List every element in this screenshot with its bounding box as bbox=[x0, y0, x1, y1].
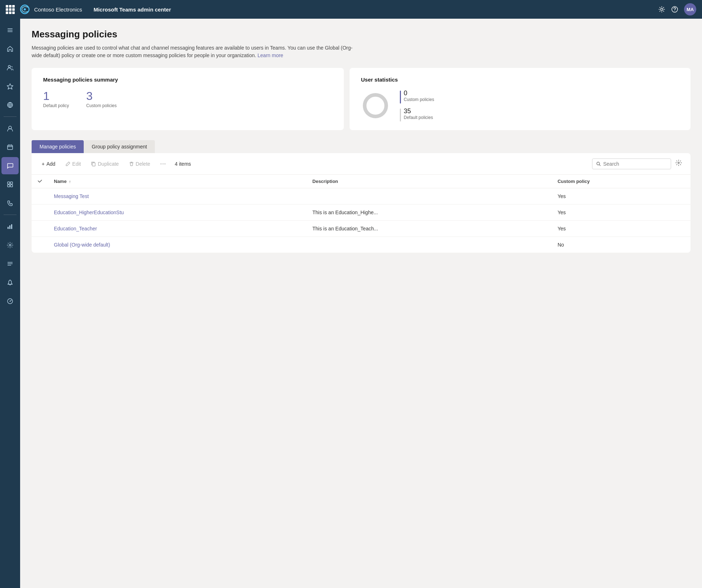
duplicate-label: Duplicate bbox=[98, 161, 119, 167]
row-name-cell[interactable]: Messaging Test bbox=[48, 188, 307, 205]
svg-rect-15 bbox=[10, 185, 13, 187]
stat-custom-number: 3 bbox=[86, 90, 117, 102]
legend-bar-default bbox=[400, 109, 401, 121]
row-name-cell[interactable]: Education_HigherEducationStu bbox=[48, 205, 307, 221]
sidebar bbox=[0, 19, 20, 588]
row-custom-policy-cell: No bbox=[552, 237, 691, 253]
learn-more-link[interactable]: Learn more bbox=[258, 52, 283, 58]
svg-rect-14 bbox=[8, 185, 10, 187]
add-label: Add bbox=[46, 161, 55, 167]
search-box bbox=[592, 159, 671, 169]
summary-stats: 1 Default policy 3 Custom policies bbox=[43, 90, 332, 108]
col-description: Description bbox=[307, 175, 552, 188]
stat-default-policy: 1 Default policy bbox=[43, 90, 69, 108]
messaging-summary-card: Messaging policies summary 1 Default pol… bbox=[32, 68, 344, 130]
analytics-icon bbox=[7, 223, 13, 230]
svg-rect-26 bbox=[92, 163, 95, 166]
add-button[interactable]: + Add bbox=[37, 159, 60, 169]
sidebar-item-users[interactable] bbox=[1, 59, 19, 76]
tabs: Manage policies Group policy assignment bbox=[32, 140, 691, 153]
tab-manage-policies[interactable]: Manage policies bbox=[32, 140, 84, 153]
user-stats-chart bbox=[361, 91, 390, 120]
sidebar-item-settings[interactable] bbox=[1, 236, 19, 254]
notifications-icon bbox=[7, 279, 13, 286]
edit-button[interactable]: Edit bbox=[61, 159, 85, 169]
help-icon bbox=[671, 6, 678, 13]
col-name[interactable]: Name ↑ bbox=[48, 175, 307, 188]
sidebar-item-policy[interactable] bbox=[1, 255, 19, 272]
sidebar-item-analytics[interactable] bbox=[1, 218, 19, 235]
policy-icon bbox=[7, 261, 13, 267]
user-statistics-card: User statistics bbox=[350, 68, 691, 130]
search-input[interactable] bbox=[603, 161, 667, 167]
edit-icon bbox=[65, 161, 70, 166]
table-row: Education_HigherEducationStu This is an … bbox=[32, 205, 691, 221]
svg-point-3 bbox=[674, 11, 675, 12]
delete-label: Delete bbox=[136, 161, 150, 167]
row-check-cell bbox=[32, 237, 48, 253]
sidebar-item-phone[interactable] bbox=[1, 194, 19, 212]
svg-point-25 bbox=[365, 95, 386, 116]
brand-name: Contoso Electronics bbox=[34, 6, 82, 13]
check-header-icon bbox=[37, 178, 42, 183]
sidebar-item-menu[interactable] bbox=[1, 22, 19, 39]
svg-rect-5 bbox=[8, 30, 13, 31]
summary-row: Messaging policies summary 1 Default pol… bbox=[32, 68, 691, 130]
column-settings-button[interactable] bbox=[673, 157, 685, 170]
app-title: Microsoft Teams admin center bbox=[93, 6, 171, 13]
tab-group-policy-assignment[interactable]: Group policy assignment bbox=[84, 140, 155, 153]
brand-logo-icon bbox=[19, 4, 31, 15]
sidebar-item-globe[interactable] bbox=[1, 96, 19, 114]
row-check-cell bbox=[32, 205, 48, 221]
sidebar-item-accounts[interactable] bbox=[1, 120, 19, 137]
col-check bbox=[32, 175, 48, 188]
row-custom-policy-cell: Yes bbox=[552, 221, 691, 237]
summary-card-title: Messaging policies summary bbox=[43, 77, 332, 83]
table-header-row: Name ↑ Description Custom policy bbox=[32, 175, 691, 188]
user-stats-title: User statistics bbox=[361, 77, 679, 83]
apps-icon bbox=[7, 181, 13, 188]
delete-button[interactable]: Delete bbox=[125, 159, 154, 169]
settings-icon bbox=[7, 242, 13, 248]
user-stats-inner: User statistics bbox=[361, 77, 679, 121]
apps-grid-icon[interactable] bbox=[6, 5, 15, 14]
svg-point-24 bbox=[10, 301, 11, 302]
messaging-icon bbox=[7, 162, 13, 169]
svg-rect-12 bbox=[8, 182, 10, 184]
row-name-cell[interactable]: Global (Org-wide default) bbox=[48, 237, 307, 253]
svg-rect-17 bbox=[9, 225, 10, 229]
sidebar-item-dashboard[interactable] bbox=[1, 293, 19, 310]
svg-point-1 bbox=[661, 8, 663, 10]
duplicate-button[interactable]: Duplicate bbox=[87, 159, 123, 169]
sort-indicator: ↑ bbox=[69, 179, 71, 184]
svg-point-28 bbox=[678, 162, 679, 164]
sidebar-item-calendar[interactable] bbox=[1, 138, 19, 156]
user-stats-body: 0 Custom policies 35 Default policies bbox=[361, 90, 679, 121]
policies-table: Name ↑ Description Custom policy Messagi… bbox=[32, 175, 691, 253]
user-avatar[interactable]: MA bbox=[684, 3, 696, 15]
sidebar-item-apps[interactable] bbox=[1, 176, 19, 193]
phone-icon bbox=[7, 200, 13, 206]
edit-label: Edit bbox=[72, 161, 81, 167]
svg-rect-16 bbox=[8, 227, 9, 229]
table-toolbar: + Add Edit Duplicate bbox=[32, 153, 691, 175]
sidebar-divider-1 bbox=[4, 116, 17, 117]
search-icon bbox=[596, 161, 601, 166]
settings-icon-button[interactable] bbox=[658, 6, 665, 13]
sidebar-item-notifications[interactable] bbox=[1, 274, 19, 291]
row-name-cell[interactable]: Education_Teacher bbox=[48, 221, 307, 237]
sidebar-item-messaging[interactable] bbox=[1, 157, 19, 174]
brand-area: Contoso Electronics bbox=[19, 4, 82, 15]
help-icon-button[interactable] bbox=[671, 6, 678, 13]
svg-rect-20 bbox=[8, 262, 13, 263]
sidebar-item-teams[interactable] bbox=[1, 78, 19, 95]
stats-legend: 0 Custom policies 35 Default policies bbox=[400, 90, 434, 121]
sidebar-item-home[interactable] bbox=[1, 40, 19, 58]
item-count: 4 items bbox=[172, 161, 194, 167]
svg-rect-4 bbox=[8, 28, 13, 29]
legend-default-label: Default policies bbox=[404, 115, 433, 120]
legend-custom-label: Custom policies bbox=[404, 97, 434, 102]
page-description: Messaging policies are used to control w… bbox=[32, 44, 355, 59]
stat-default-number: 1 bbox=[43, 90, 69, 102]
more-button[interactable]: ··· bbox=[156, 159, 170, 169]
